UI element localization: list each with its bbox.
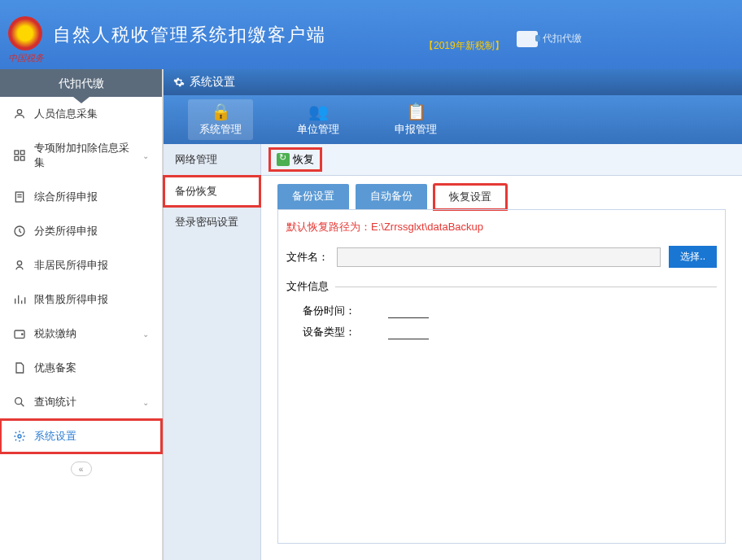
gear-icon xyxy=(13,430,26,443)
top-tab-1[interactable]: 👥单位管理 xyxy=(286,99,351,140)
file-info-title: 文件信息 xyxy=(286,279,717,294)
svg-point-15 xyxy=(22,334,23,335)
chevron-down-icon: ⌄ xyxy=(142,398,149,407)
svg-rect-3 xyxy=(15,156,19,160)
sidebar: 代扣代缴 人员信息采集专项附加扣除信息采集⌄综合所得申报分类所得申报非居民所得申… xyxy=(0,69,163,560)
sidebar-item-7[interactable]: 优惠备案 xyxy=(0,351,162,385)
svg-point-18 xyxy=(18,435,21,438)
filename-input[interactable] xyxy=(337,247,661,267)
sidebar-item-5[interactable]: 限售股所得申报 xyxy=(0,282,162,317)
inner-tab-2[interactable]: 恢复设置 xyxy=(434,184,507,210)
svg-rect-2 xyxy=(20,151,24,155)
sidebar-header: 代扣代缴 xyxy=(0,69,162,97)
person2-icon xyxy=(13,259,26,272)
inner-tab-0[interactable]: 备份设置 xyxy=(277,184,349,210)
header-subtitle: 【2019年新税制】 xyxy=(424,39,504,53)
window-title-bar: 系统设置 xyxy=(164,69,742,95)
svg-point-9 xyxy=(17,261,21,265)
inner-tabs: 备份设置自动备份恢复设置 xyxy=(261,176,742,210)
left-subnav: 备份恢复 登录密码设置 xyxy=(164,176,261,560)
inner-tab-1[interactable]: 自动备份 xyxy=(356,184,427,210)
sidebar-item-2[interactable]: 综合所得申报 xyxy=(0,180,162,214)
left-nav-network[interactable]: 网络管理 xyxy=(164,144,260,175)
users-icon: 👥 xyxy=(308,103,329,120)
svg-point-0 xyxy=(17,110,21,114)
sidebar-item-8[interactable]: 查询统计⌄ xyxy=(0,385,162,419)
backup-time-label: 备份时间： xyxy=(303,304,356,318)
app-title: 自然人税收管理系统扣缴客户端 xyxy=(53,23,326,47)
sidebar-item-6[interactable]: 税款缴纳⌄ xyxy=(0,317,162,351)
filename-label: 文件名： xyxy=(286,250,329,265)
select-button[interactable]: 选择.. xyxy=(669,246,717,268)
chart-icon xyxy=(13,293,26,306)
grid-icon xyxy=(13,149,26,162)
svg-rect-4 xyxy=(20,156,24,160)
app-logo: 中国税务 xyxy=(8,16,45,53)
collapse-button[interactable]: « xyxy=(71,462,92,476)
sidebar-item-4[interactable]: 非居民所得申报 xyxy=(0,248,162,282)
clock-icon xyxy=(13,225,26,238)
restore-icon xyxy=(277,153,290,166)
doc-icon xyxy=(13,190,26,203)
sidebar-item-9[interactable]: 系统设置 xyxy=(0,419,162,453)
svg-rect-1 xyxy=(15,151,19,155)
svg-line-17 xyxy=(20,403,24,406)
chevron-down-icon: ⌄ xyxy=(142,330,149,339)
backup-time-value xyxy=(388,304,429,318)
app-header: 中国税务 自然人税收管理系统扣缴客户端 【2019年新税制】 代扣代缴 xyxy=(0,0,742,69)
restore-form: 默认恢复路径为：E:\Zrrssglxt\dataBackup 文件名： 选择.… xyxy=(277,209,726,544)
settings-window: 系统设置 🔒系统管理👥单位管理📋申报管理 网络管理 恢复 备 xyxy=(163,69,742,560)
device-type-value xyxy=(388,325,429,339)
wallet-icon xyxy=(13,327,26,340)
file-icon xyxy=(13,361,26,374)
header-mode[interactable]: 代扣代缴 xyxy=(517,31,582,47)
sidebar-item-3[interactable]: 分类所得申报 xyxy=(0,214,162,248)
left-nav-password[interactable]: 登录密码设置 xyxy=(164,207,260,238)
top-tab-0[interactable]: 🔒系统管理 xyxy=(188,99,253,140)
left-nav-backup-restore[interactable]: 备份恢复 xyxy=(164,176,260,207)
wallet-icon xyxy=(517,31,538,47)
left-nav-top: 网络管理 xyxy=(164,144,261,175)
search-icon xyxy=(13,396,26,409)
person-icon xyxy=(13,107,26,120)
chevron-down-icon: ⌄ xyxy=(142,151,149,160)
form-icon: 📋 xyxy=(406,103,426,120)
restore-button[interactable]: 恢复 xyxy=(269,148,321,171)
gear-icon xyxy=(173,77,185,88)
top-tab-2[interactable]: 📋申报管理 xyxy=(383,99,448,140)
top-tabs: 🔒系统管理👥单位管理📋申报管理 xyxy=(164,95,742,144)
device-type-label: 设备类型： xyxy=(303,325,356,339)
sidebar-item-1[interactable]: 专项附加扣除信息采集⌄ xyxy=(0,131,162,180)
lock-icon: 🔒 xyxy=(211,103,231,120)
default-path-text: 默认恢复路径为：E:\Zrrssglxt\dataBackup xyxy=(286,220,717,234)
